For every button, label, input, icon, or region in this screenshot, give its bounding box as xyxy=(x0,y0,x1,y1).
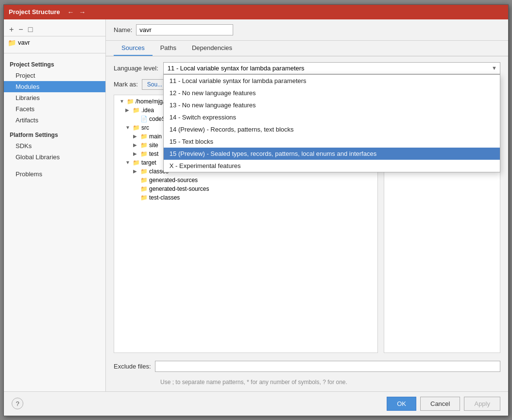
add-bar: + − □ xyxy=(4,23,105,36)
folder-icon: 📁 xyxy=(140,133,148,140)
cancel-button[interactable]: Cancel xyxy=(420,397,460,411)
language-level-dropdown[interactable]: 11 - Local variable syntax for lambda pa… xyxy=(163,62,500,74)
copy-module-button[interactable]: □ xyxy=(27,25,34,34)
folder-icon: 📁 xyxy=(140,194,148,201)
folder-icon: 📁 xyxy=(133,107,140,114)
main-content: Name: Sources Paths Dependencies La xyxy=(106,19,508,391)
tree-arrow-icon: ▼ xyxy=(125,160,131,165)
forward-button[interactable]: → xyxy=(77,8,87,16)
sidebar-item-label: Global Libraries xyxy=(16,153,60,161)
ok-button[interactable]: OK xyxy=(387,397,416,411)
folder-icon: 📁 xyxy=(140,177,148,184)
name-label: Name: xyxy=(114,26,132,34)
tree-arrow-icon xyxy=(133,186,139,191)
dropdown-arrow-icon: ▼ xyxy=(492,65,497,71)
tab-sources[interactable]: Sources xyxy=(114,41,153,56)
dialog-body: + − □ 📁 vavr Project Settings Project Mo… xyxy=(4,19,508,391)
folder-icon: 📁 xyxy=(140,168,148,175)
bottom-bar: ? OK Cancel Apply xyxy=(4,391,508,416)
sidebar-item-libraries[interactable]: Libraries xyxy=(4,92,105,103)
folder-icon: 📁 xyxy=(140,185,148,192)
apply-button[interactable]: Apply xyxy=(464,397,500,411)
add-module-button[interactable]: + xyxy=(8,25,15,34)
sidebar: + − □ 📁 vavr Project Settings Project Mo… xyxy=(4,19,106,391)
module-folder-icon: 📁 xyxy=(8,39,16,47)
sidebar-item-label: Project xyxy=(16,72,35,79)
tree-node-label: .idea xyxy=(141,107,154,114)
tree-node-generated-sources[interactable]: 📁 generated-sources xyxy=(114,176,377,185)
folder-icon: 📁 xyxy=(140,151,148,157)
language-level-label: Language level: xyxy=(114,65,158,72)
language-level-option-5[interactable]: 15 - Text blocks xyxy=(164,135,500,148)
tree-arrow-icon: ▶ xyxy=(133,151,139,156)
tree-node-label: main xyxy=(149,133,162,140)
folder-icon: 📁 xyxy=(140,142,148,149)
project-settings-header: Project Settings xyxy=(4,59,105,70)
tree-root-label: /home/mjg/ xyxy=(136,98,164,105)
sidebar-item-label: SDKs xyxy=(16,142,32,150)
language-level-option-3[interactable]: 14 - Switch expressions xyxy=(164,111,500,123)
tree-arrow-icon xyxy=(133,116,139,121)
sidebar-item-label: Libraries xyxy=(16,94,40,101)
exclude-files-input[interactable] xyxy=(155,361,500,372)
tree-node-test-classes[interactable]: 📁 test-classes xyxy=(114,193,377,202)
tree-arrow-icon xyxy=(133,195,139,200)
platform-settings-header: Platform Settings xyxy=(4,130,105,140)
sidebar-item-global-libraries[interactable]: Global Libraries xyxy=(4,151,105,163)
sidebar-item-label: Artifacts xyxy=(16,117,38,124)
dialog-title: Project Structure xyxy=(9,8,60,16)
language-level-menu: 11 - Local variable syntax for lambda pa… xyxy=(163,74,500,172)
file-icon: 📄 xyxy=(140,116,148,122)
sidebar-item-sdks[interactable]: SDKs xyxy=(4,140,105,151)
sidebar-item-problems[interactable]: Problems xyxy=(4,168,105,180)
tree-node-generated-test-sources[interactable]: 📁 generated-test-sources xyxy=(114,185,377,193)
tree-arrow-icon: ▼ xyxy=(125,125,131,130)
title-bar: Project Structure ← → xyxy=(4,5,508,19)
remove-module-button[interactable]: − xyxy=(17,25,24,34)
tree-arrow-icon: ▶ xyxy=(133,142,139,148)
folder-icon: 📁 xyxy=(127,98,134,105)
selected-language-level: 11 - Local variable syntax for lambda pa… xyxy=(168,65,305,72)
language-level-option-6[interactable]: 15 (Preview) - Sealed types, records, pa… xyxy=(164,148,500,160)
folder-icon: 📁 xyxy=(133,159,140,166)
sidebar-item-facets[interactable]: Facets xyxy=(4,103,105,115)
name-input[interactable] xyxy=(136,24,233,35)
tree-arrow-icon: ▶ xyxy=(125,107,131,113)
language-level-option-0[interactable]: 11 - Local variable syntax for lambda pa… xyxy=(164,75,500,87)
tab-dependencies[interactable]: Dependencies xyxy=(184,41,240,56)
exclude-files-hint: Use ; to separate name patterns, * for a… xyxy=(114,378,500,386)
sidebar-item-label: Modules xyxy=(16,83,39,90)
action-buttons: OK Cancel Apply xyxy=(387,397,500,411)
tree-node-label: target xyxy=(141,159,156,166)
language-level-dropdown-container: 11 - Local variable syntax for lambda pa… xyxy=(163,62,500,74)
sources-panel: Language level: 11 - Local variable synt… xyxy=(106,56,508,391)
sidebar-item-label: Facets xyxy=(16,105,34,113)
exclude-files-row: Exclude files: xyxy=(114,358,500,373)
language-level-option-1[interactable]: 12 - No new language features xyxy=(164,87,500,99)
tree-node-label: test xyxy=(149,151,158,157)
sidebar-item-project[interactable]: Project xyxy=(4,70,105,81)
tree-node-label: src xyxy=(141,124,149,131)
sidebar-item-artifacts[interactable]: Artifacts xyxy=(4,115,105,126)
help-button[interactable]: ? xyxy=(12,398,23,409)
tabs-bar: Sources Paths Dependencies xyxy=(106,41,508,56)
module-name-label: vavr xyxy=(18,39,30,46)
folder-icon: 📁 xyxy=(133,124,140,131)
language-level-option-2[interactable]: 13 - No new language features xyxy=(164,99,500,111)
tree-node-label: generated-sources xyxy=(149,177,198,184)
tree-node-label: generated-test-sources xyxy=(149,185,209,192)
back-button[interactable]: ← xyxy=(66,8,75,16)
exclude-files-label: Exclude files: xyxy=(114,363,151,370)
module-vavr[interactable]: 📁 vavr xyxy=(4,36,105,49)
project-structure-dialog: Project Structure ← → + − □ 📁 vavr Proje… xyxy=(3,4,509,416)
nav-buttons: ← → xyxy=(66,8,87,16)
tab-paths[interactable]: Paths xyxy=(153,41,184,56)
tree-node-label: test-classes xyxy=(149,194,180,201)
language-level-option-7[interactable]: X - Experimental features xyxy=(164,160,500,172)
sidebar-item-label: Problems xyxy=(16,170,42,178)
language-level-row: Language level: 11 - Local variable synt… xyxy=(114,62,500,74)
tree-arrow-icon: ▼ xyxy=(119,99,125,104)
sidebar-item-modules[interactable]: Modules xyxy=(4,81,105,92)
tree-arrow-icon: ▶ xyxy=(133,134,139,139)
language-level-option-4[interactable]: 14 (Preview) - Records, patterns, text b… xyxy=(164,123,500,135)
